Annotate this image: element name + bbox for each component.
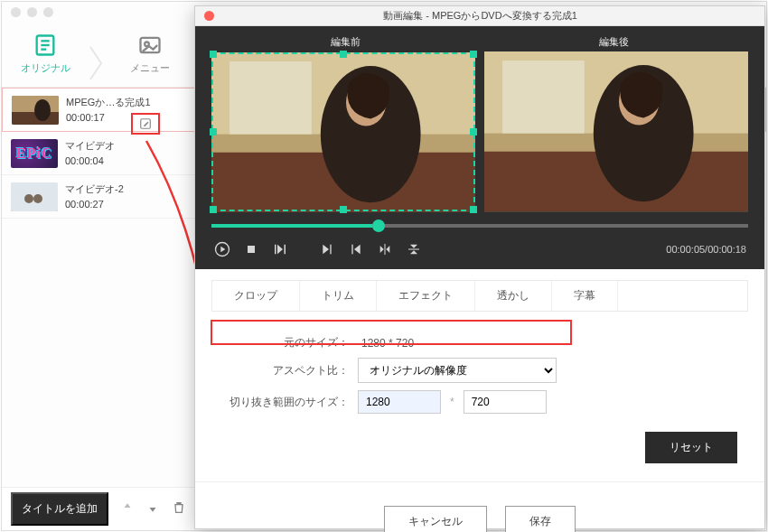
svg-marker-39	[410, 250, 417, 254]
clip-thumb: EPiC	[11, 139, 58, 168]
editor-panel: 動画編集 - MPEGからDVDへ変換する完成1 編集前 編集後	[194, 5, 765, 529]
tab-trim[interactable]: トリム	[300, 281, 377, 311]
preview-area: 編集前 編集後	[195, 26, 764, 269]
crop-height-input[interactable]	[464, 390, 547, 414]
crop-handle[interactable]	[340, 51, 347, 58]
clip-duration: 00:00:04	[65, 154, 115, 169]
clip-title: MPEGか…る完成1	[66, 95, 151, 110]
crop-form: 元のサイズ： 1280 * 720 アスペクト比： オリジナルの解像度 切り抜き…	[195, 312, 764, 425]
tab-effect[interactable]: エフェクト	[377, 281, 475, 311]
zoom-dot[interactable]	[43, 7, 53, 17]
sidebar-footer: タイトルを追加	[2, 487, 210, 530]
chevron-right-icon	[89, 45, 107, 63]
editor-tabs: クロップ トリム エフェクト 透かし 字幕	[211, 280, 748, 312]
edit-clip-button[interactable]	[131, 113, 160, 135]
crop-handle[interactable]	[210, 206, 217, 213]
aspect-label: アスペクト比：	[222, 363, 358, 378]
crop-marquee[interactable]	[211, 52, 475, 211]
orig-size-label: 元のサイズ：	[222, 335, 358, 350]
svg-point-8	[34, 99, 51, 121]
pencil-icon	[139, 117, 152, 130]
editor-title: 動画編集 - MPEGからDVDへ変換する完成1	[223, 9, 764, 23]
svg-rect-33	[351, 245, 352, 255]
svg-rect-27	[248, 246, 255, 253]
multiply-icon: *	[441, 396, 464, 408]
svg-marker-26	[220, 247, 225, 253]
tab-watermark[interactable]: 透かし	[475, 281, 552, 311]
rotate-right-icon[interactable]	[347, 240, 365, 258]
svg-marker-29	[277, 245, 283, 255]
playback-controls: 00:00:05/00:00:18	[211, 231, 748, 264]
preview-after	[484, 52, 748, 211]
aspect-select[interactable]: オリジナルの解像度	[358, 358, 557, 383]
save-button[interactable]: 保存	[505, 506, 576, 532]
timeline-knob[interactable]	[372, 219, 385, 232]
arrow-up-icon[interactable]	[121, 501, 134, 518]
reset-button[interactable]: リセット	[645, 432, 737, 463]
arrow-down-icon[interactable]	[146, 501, 159, 518]
cancel-button[interactable]: キャンセル	[384, 506, 487, 532]
stop-icon[interactable]	[242, 240, 260, 258]
after-label: 編集後	[480, 35, 748, 52]
crop-handle[interactable]	[340, 206, 347, 213]
trash-icon[interactable]	[172, 500, 186, 518]
svg-marker-35	[380, 246, 384, 253]
tab-original-label: オリジナル	[21, 62, 70, 73]
step-forward-icon[interactable]	[271, 240, 289, 258]
timeline[interactable]	[211, 211, 748, 231]
svg-marker-34	[354, 245, 361, 255]
svg-point-12	[33, 194, 42, 203]
flip-vertical-icon[interactable]	[405, 240, 423, 258]
clip-thumb	[12, 96, 59, 125]
clip-title: マイビデオ	[65, 138, 115, 154]
crop-handle[interactable]	[470, 206, 477, 213]
crop-handle[interactable]	[210, 51, 217, 58]
svg-point-11	[24, 194, 33, 203]
play-icon[interactable]	[213, 240, 231, 258]
crop-size-label: 切り抜き範囲のサイズ：	[222, 395, 358, 410]
timecode: 00:00:05/00:00:18	[666, 244, 746, 255]
crop-handle[interactable]	[210, 128, 217, 135]
svg-rect-30	[285, 245, 286, 255]
svg-marker-36	[386, 246, 389, 253]
rotate-left-icon[interactable]	[318, 240, 336, 258]
add-title-button[interactable]: タイトルを追加	[11, 492, 108, 526]
editor-titlebar: 動画編集 - MPEGからDVDへ変換する完成1	[195, 6, 764, 26]
preview-before[interactable]	[211, 52, 475, 211]
video-frame	[484, 51, 748, 211]
svg-rect-32	[330, 245, 331, 255]
tab-subtitle[interactable]: 字幕	[552, 281, 618, 311]
orig-size-value: 1280 * 720	[358, 337, 414, 350]
clip-title: マイビデオ-2	[65, 182, 124, 197]
epic-logo: EPiC	[16, 145, 52, 162]
tab-menu[interactable]: メニュー	[107, 33, 193, 75]
tab-crop[interactable]: クロップ	[212, 281, 300, 311]
crop-handle[interactable]	[470, 128, 477, 135]
min-dot[interactable]	[27, 7, 37, 17]
tab-menu-label: メニュー	[130, 62, 170, 73]
clip-thumb	[11, 182, 58, 211]
clip-duration: 00:00:27	[65, 197, 124, 212]
image-icon	[107, 33, 193, 58]
tab-original[interactable]: オリジナル	[2, 33, 89, 75]
crop-width-input[interactable]	[358, 390, 441, 414]
svg-marker-31	[323, 245, 329, 255]
editor-close-button[interactable]	[204, 11, 214, 21]
flip-horizontal-icon[interactable]	[376, 240, 394, 258]
close-dot[interactable]	[11, 7, 21, 17]
crop-handle[interactable]	[470, 51, 477, 58]
svg-rect-24	[502, 61, 585, 134]
svg-rect-28	[275, 245, 276, 255]
svg-marker-38	[410, 245, 417, 248]
document-icon	[2, 33, 89, 58]
